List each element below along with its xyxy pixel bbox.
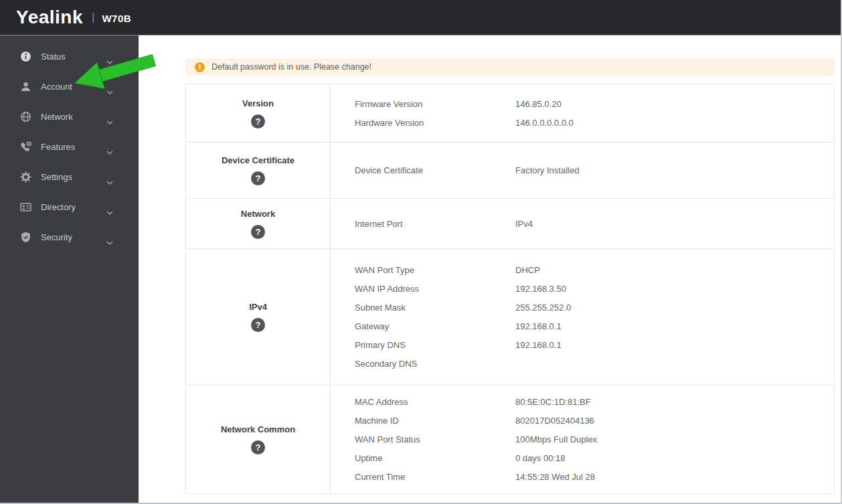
sidebar-item-label: Features	[41, 142, 75, 152]
section-header-cell: Network Common ?	[186, 386, 331, 493]
contact-card-icon	[20, 201, 31, 213]
row-label: WAN Port Type	[355, 265, 515, 275]
table-row: Hardware Version 146.0.0.0.0.0.0	[355, 113, 834, 132]
table-row: Internet Port IPv4	[355, 214, 834, 233]
table-row: Firmware Version 146.85.0.20	[355, 94, 834, 113]
globe-icon	[20, 111, 31, 122]
table-row: Gateway 192.168.0.1	[355, 317, 834, 336]
chevron-down-icon	[106, 85, 113, 97]
row-label: Internet Port	[355, 219, 515, 229]
chevron-down-icon	[106, 55, 113, 67]
section-header-cell: Version ?	[186, 84, 331, 142]
sidebar-item-label: Settings	[41, 172, 72, 182]
device-model-label: W70B	[102, 13, 131, 24]
section-rows: Firmware Version 146.85.0.20 Hardware Ve…	[331, 84, 834, 142]
sidebar-nav: Status Account Network	[0, 35, 139, 504]
info-icon	[20, 51, 31, 62]
section-header-cell: Device Certificate ?	[186, 143, 331, 198]
row-label: Uptime	[355, 453, 515, 463]
section-network-common: Network Common ? MAC Address 80:5E:0C:1D…	[186, 385, 834, 493]
section-network: Network ? Internet Port IPv4	[186, 198, 834, 248]
chevron-down-icon	[106, 236, 113, 248]
row-value: Factory Installed	[515, 165, 834, 175]
help-icon[interactable]: ?	[251, 171, 265, 185]
table-row: Primary DNS 192.168.0.1	[355, 336, 834, 355]
table-row: Uptime 0 days 00:18	[355, 449, 834, 468]
section-ipv4: IPv4 ? WAN Port Type DHCP WAN IP Address…	[186, 248, 834, 385]
sidebar-item-account[interactable]: Account	[0, 72, 139, 102]
sidebar-item-security[interactable]: Security	[0, 222, 139, 252]
row-value: DHCP	[515, 265, 834, 275]
status-info-table: Version ? Firmware Version 146.85.0.20 H…	[185, 84, 835, 494]
section-rows: Device Certificate Factory Installed	[331, 143, 834, 198]
row-value: 192.168.3.50	[515, 284, 834, 294]
sidebar-item-label: Directory	[41, 202, 76, 212]
row-value: IPv4	[515, 219, 834, 229]
logo-divider: |	[92, 11, 94, 24]
sidebar-item-label: Security	[41, 232, 72, 242]
row-value: 14:55:28 Wed Jul 28	[515, 472, 834, 482]
section-title: Network	[241, 209, 275, 219]
section-version: Version ? Firmware Version 146.85.0.20 H…	[186, 84, 834, 142]
row-label: Device Certificate	[355, 165, 515, 175]
sidebar-item-directory[interactable]: Directory	[0, 192, 139, 222]
warning-icon: !	[195, 62, 205, 72]
help-icon[interactable]: ?	[251, 114, 265, 129]
shield-icon	[20, 232, 31, 243]
row-label: Subnet Mask	[355, 303, 515, 313]
table-row: Machine ID 802017D052404136	[355, 412, 834, 430]
row-label: Hardware Version	[355, 118, 515, 128]
section-title: Version	[242, 98, 274, 108]
row-value: 0 days 00:18	[515, 453, 834, 463]
table-row: WAN Port Status 100Mbps Full Duplex	[355, 430, 834, 449]
row-label: Firmware Version	[355, 99, 515, 109]
row-value: 255.255.252.0	[515, 303, 834, 313]
yealink-logo: Yealink	[16, 7, 83, 28]
section-device-certificate: Device Certificate ? Device Certificate …	[186, 142, 834, 198]
row-value: 192.168.0.1	[515, 321, 834, 331]
row-label: Machine ID	[355, 416, 515, 426]
phone-icon	[20, 141, 31, 153]
row-label: MAC Address	[355, 397, 515, 407]
chevron-down-icon	[106, 175, 113, 187]
section-header-cell: IPv4 ?	[186, 249, 331, 385]
chevron-down-icon	[106, 205, 113, 218]
sidebar-item-label: Account	[41, 82, 72, 92]
warning-text: Default password is in use. Please chang…	[212, 62, 371, 72]
row-label: Secondary DNS	[355, 359, 515, 369]
section-rows: Internet Port IPv4	[331, 199, 834, 248]
section-title: IPv4	[249, 302, 267, 312]
sidebar-item-label: Network	[41, 112, 73, 122]
row-value: 146.85.0.20	[515, 99, 834, 109]
table-row: MAC Address 80:5E:0C:1D:81:BF	[355, 393, 834, 412]
table-row: Subnet Mask 255.255.252.0	[355, 299, 834, 317]
help-icon[interactable]: ?	[251, 225, 265, 239]
section-title: Device Certificate	[222, 155, 294, 165]
table-row: WAN Port Type DHCP	[355, 261, 834, 280]
sidebar-item-network[interactable]: Network	[0, 102, 139, 132]
help-icon[interactable]: ?	[251, 440, 265, 454]
sidebar-item-settings[interactable]: Settings	[0, 162, 139, 192]
section-rows: WAN Port Type DHCP WAN IP Address 192.16…	[331, 249, 834, 385]
row-label: WAN IP Address	[355, 284, 515, 294]
section-header-cell: Network ?	[186, 199, 331, 248]
section-rows: MAC Address 80:5E:0C:1D:81:BF Machine ID…	[331, 386, 834, 493]
chevron-down-icon	[106, 145, 113, 157]
main-content: ! Default password is in use. Please cha…	[139, 35, 842, 504]
sidebar-item-features[interactable]: Features	[0, 132, 139, 162]
default-password-warning-banner: ! Default password is in use. Please cha…	[185, 58, 835, 76]
user-icon	[20, 81, 31, 92]
table-row: Secondary DNS	[355, 355, 834, 373]
section-title: Network Common	[221, 424, 295, 434]
row-value: 80:5E:0C:1D:81:BF	[515, 397, 834, 407]
sidebar-item-status[interactable]: Status	[0, 41, 139, 72]
row-value: 100Mbps Full Duplex	[515, 434, 834, 444]
table-row: Device Certificate Factory Installed	[355, 161, 834, 180]
sidebar-item-label: Status	[41, 52, 66, 62]
gear-icon	[20, 171, 31, 183]
chevron-down-icon	[106, 115, 113, 127]
help-icon[interactable]: ?	[251, 318, 265, 332]
row-label: Gateway	[355, 321, 515, 331]
row-label: Current Time	[355, 472, 515, 482]
row-label: Primary DNS	[355, 340, 515, 350]
